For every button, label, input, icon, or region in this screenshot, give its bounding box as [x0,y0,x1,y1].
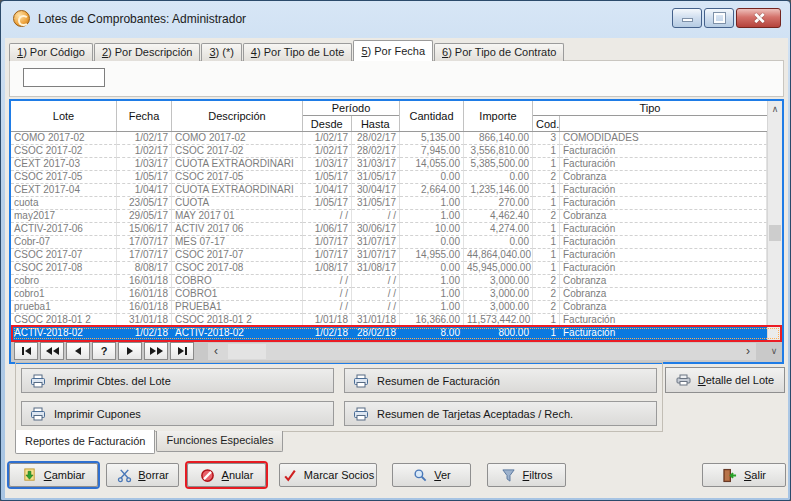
header-cantidad[interactable]: Cantidad [400,101,464,131]
table-row[interactable]: COMO 2017-021/02/17COMO 2017-021/02/1728… [11,132,767,145]
top-tab-6[interactable]: 6) Por Tipo de Contrato [434,43,564,61]
nav-arrow-icon [157,347,163,355]
header-lote[interactable]: Lote [11,101,117,131]
table-row[interactable]: cobro116/01/18COBRO1/ // /1.003,000.002C… [11,288,767,301]
nav-forward-button[interactable] [144,342,168,360]
fecha-filter-input[interactable] [23,68,105,87]
printer-icon [30,406,46,422]
top-tab-1[interactable]: 1) Por Código [9,43,93,61]
anular-button[interactable]: Anular [187,463,266,487]
cell-tipo: Facturación [560,236,767,249]
cell-cod: 2 [533,301,560,314]
header-descripcion[interactable]: Descripción [172,101,303,131]
cell-importe: 3,000.00 [464,288,533,301]
table-row[interactable]: CSOC 2017-088/08/17CSOC 2017-081/08/1731… [11,262,767,275]
scroll-left-icon[interactable]: ‹ [209,344,223,359]
bottom-tab-1[interactable]: Reportes de Facturación [15,430,155,454]
cell-cod: 1 [533,249,560,262]
vertical-scrollbar[interactable]: ∧ [767,101,782,340]
top-tab-4[interactable]: 4) Por Tipo de Lote [243,43,353,61]
nav-prev-button[interactable] [66,342,90,360]
cell-lote: CSOC 2017-07 [11,249,117,262]
header-hasta[interactable]: Hasta [352,116,400,131]
imprimir-cupones-button[interactable]: Imprimir Cupones [21,401,334,426]
close-button[interactable] [736,8,781,28]
salir-button[interactable]: Salir [702,463,786,487]
nav-locate-button[interactable]: ? [92,342,116,360]
table-row[interactable]: CSOC 2018-01 231/01/18CSOC 2018-01 21/01… [11,314,767,327]
resumen-tarjetas-label: Resumen de Tarjetas Aceptadas / Rech. [377,408,573,420]
resumen-facturacion-button[interactable]: Resumen de Facturación [344,368,657,393]
header-importe[interactable]: Importe [464,101,533,131]
lotes-grid: Lote Fecha Descripción Período Desde Has… [9,99,784,364]
top-tab-3[interactable]: 3) (*) [201,43,241,61]
cell-importe: 270.00 [464,197,533,210]
cell-cod: 2 [533,171,560,184]
scroll-right-icon[interactable]: › [741,344,755,359]
minimize-button[interactable] [672,8,702,28]
por-fecha-tab-page [9,60,784,97]
header-desde[interactable]: Desde [303,116,352,131]
cell-cantidad: 14,955.00 [400,249,464,262]
imprimir-cbtes-label: Imprimir Cbtes. del Lote [54,375,171,387]
cell-lote: CSOC 2017-08 [11,262,117,275]
header-cod[interactable]: Cod. [533,116,560,131]
maximize-button[interactable] [704,8,734,28]
table-row[interactable]: Cobr-0717/07/17MES 07-171/07/1731/07/170… [11,236,767,249]
nav-rewind-button[interactable] [40,342,64,360]
table-row[interactable]: may201729/05/17MAY 2017 01/ // /1.004,46… [11,210,767,223]
table-row[interactable]: cuota23/05/17CUOTA1/05/1731/05/171.00270… [11,197,767,210]
table-row[interactable]: prueba116/01/18PRUEBA1/ // /1.003,000.00… [11,301,767,314]
cell-importe: 0.00 [464,171,533,184]
top-tab-5[interactable]: 5) Por Fecha [353,40,433,61]
cell-descripcion: CSOC 2017-05 [172,171,303,184]
scroll-down-icon[interactable]: ∨ [766,342,782,360]
cell-fecha: 1/03/17 [117,158,172,171]
ver-button[interactable]: Ver [392,463,471,487]
nav-arrow-icon [22,347,24,355]
cell-importe: 3,000.00 [464,275,533,288]
horizontal-scroll-thumb[interactable] [228,344,266,359]
nav-last-button[interactable] [170,342,194,360]
table-row[interactable]: CEXT 2017-041/04/17CUOTA EXTRAORDINARI1/… [11,184,767,197]
table-row[interactable]: CSOC 2017-051/05/17CSOC 2017-051/05/1731… [11,171,767,184]
header-fecha[interactable]: Fecha [117,101,172,131]
table-row[interactable]: CSOC 2017-0717/07/17CSOC 2017-071/07/173… [11,249,767,262]
cell-fecha: 23/05/17 [117,197,172,210]
bottom-tab-2[interactable]: Funciones Especiales [156,431,283,452]
cell-cantidad: 1.00 [400,288,464,301]
table-row[interactable]: CSOC 2017-021/02/17CSOC 2017-021/02/1728… [11,145,767,158]
table-row[interactable]: ACTIV-2017-0615/06/17ACTIV 2017 061/06/1… [11,223,767,236]
top-tab-2[interactable]: 2) Por Descripción [94,43,200,61]
table-row[interactable]: cobro16/01/18COBRO/ // /1.003,000.002Cob… [11,275,767,288]
cell-hasta: 31/01/18 [352,314,400,327]
cell-cantidad: 16,366.00 [400,314,464,327]
table-row[interactable]: CEXT 2017-031/03/17CUOTA EXTRAORDINARI1/… [11,158,767,171]
resumen-tarjetas-button[interactable]: Resumen de Tarjetas Aceptadas / Rech. [344,401,657,426]
cell-lote: CEXT 2017-03 [11,158,117,171]
app-window: Lotes de Comprobantes: Administrador 1) … [0,0,791,501]
table-row[interactable]: ACTIV-2018-021/02/18ACTIV-2018-021/02/18… [11,327,767,340]
horizontal-scrollbar[interactable]: ‹ › [208,343,756,360]
cell-fecha: 16/01/18 [117,301,172,314]
scroll-up-icon[interactable]: ∧ [768,101,782,117]
cambiar-button[interactable]: Cambiar [9,463,98,487]
header-periodo: Período [303,101,399,116]
cell-desde: 1/02/18 [303,327,352,340]
filtros-button[interactable]: Filtros [487,463,566,487]
borrar-button[interactable]: Borrar [106,463,179,487]
cell-cantidad: 0.00 [400,262,464,275]
cell-cod: 2 [533,275,560,288]
cell-descripcion: ACTIV 2017 06 [172,223,303,236]
nav-next-button[interactable] [118,342,142,360]
cell-hasta: 28/02/17 [352,145,400,158]
anular-label: Anular [222,469,254,481]
imprimir-cbtes-button[interactable]: Imprimir Cbtes. del Lote [21,368,334,393]
nav-first-button[interactable] [14,342,38,360]
cell-cantidad: 1.00 [400,197,464,210]
detalle-del-lote-button[interactable]: Detalle del Lote [665,367,785,393]
cell-cantidad: 2,664.00 [400,184,464,197]
cell-desde: 1/05/17 [303,197,352,210]
marcar-socios-button[interactable]: Marcar Socios [279,463,377,487]
vertical-scroll-thumb[interactable] [769,225,781,241]
